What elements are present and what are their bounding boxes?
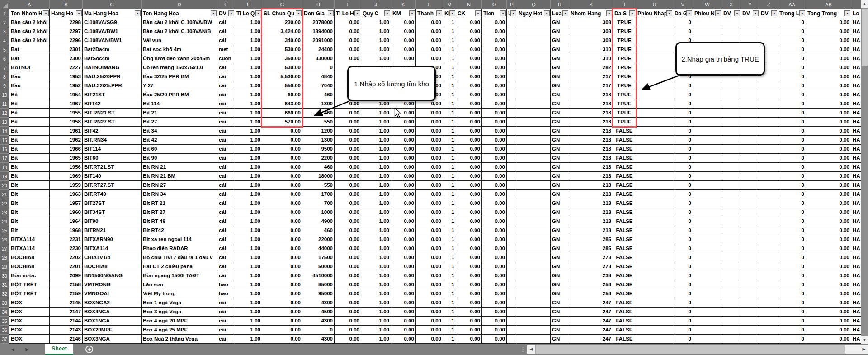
cell[interactable]: 1.00	[361, 127, 391, 136]
cell[interactable]: 0.00	[262, 289, 302, 298]
cell[interactable]: 0.00	[482, 208, 507, 217]
cell[interactable]	[507, 226, 517, 235]
cell[interactable]: 310	[569, 45, 613, 54]
cell[interactable]	[517, 154, 551, 163]
cell[interactable]: 0.00	[416, 298, 443, 308]
cell[interactable]: 0.00	[262, 154, 302, 163]
cell[interactable]: 0	[673, 18, 693, 27]
cell[interactable]: 0	[778, 27, 806, 36]
cell[interactable]: BOX	[9, 308, 50, 317]
cell[interactable]: 0.00	[391, 280, 416, 289]
cell[interactable]	[722, 118, 741, 127]
cell[interactable]: FALSE	[613, 127, 636, 136]
cell[interactable]: 1	[443, 317, 456, 326]
cell[interactable]: 0.00	[391, 298, 416, 308]
cell[interactable]: 1.00	[235, 81, 262, 90]
cell[interactable]	[741, 208, 760, 217]
cell[interactable]	[741, 244, 760, 253]
cell[interactable]: Phao điện RADAR	[142, 244, 217, 253]
cell[interactable]: 0.00	[335, 54, 361, 63]
cell[interactable]: 1.00	[235, 190, 262, 199]
cell[interactable]: Bít	[9, 208, 50, 217]
column-letter-u[interactable]: U	[636, 0, 673, 9]
cell[interactable]: 1	[443, 118, 456, 127]
cell[interactable]	[693, 163, 722, 172]
row-number[interactable]: 4	[0, 36, 9, 45]
cell[interactable]	[507, 289, 517, 298]
cell[interactable]: 0.00	[416, 262, 443, 271]
cell[interactable]: 0.00	[335, 199, 361, 208]
cell[interactable]: 0.00	[335, 36, 361, 45]
cell[interactable]: cái	[217, 298, 235, 308]
cell[interactable]	[693, 172, 722, 181]
cell[interactable]: 0.00	[262, 335, 302, 344]
cell[interactable]	[693, 118, 722, 127]
cell[interactable]: 2301	[50, 45, 83, 54]
filter-button[interactable]: ▼	[715, 10, 721, 16]
cell[interactable]: 0.00	[262, 326, 302, 335]
cell[interactable]: Lăn sơn	[142, 280, 217, 289]
cell[interactable]: HA	[851, 90, 861, 99]
cell[interactable]: 1.00	[235, 289, 262, 298]
cell[interactable]: Bầu 32/25 PPR BM	[142, 72, 217, 81]
cell[interactable]: Bầu	[9, 72, 50, 81]
cell[interactable]: GN	[551, 317, 569, 326]
cell[interactable]: 7040	[302, 81, 335, 90]
cell[interactable]: HA	[851, 326, 861, 335]
cell[interactable]: 0.00	[416, 271, 443, 280]
cell[interactable]: 0.00	[806, 163, 851, 172]
cell[interactable]: 0.00	[262, 317, 302, 326]
cell[interactable]: TRUE	[613, 63, 636, 72]
select-all-corner[interactable]	[0, 0, 9, 9]
cell[interactable]: 218	[569, 208, 613, 217]
cell[interactable]: BIT27ST	[83, 199, 142, 208]
column-letter[interactable]	[851, 0, 861, 9]
cell[interactable]: BOX	[9, 317, 50, 326]
horizontal-scrollbar-track[interactable]	[845, 345, 860, 354]
cell[interactable]: 0.00	[806, 199, 851, 208]
cell[interactable]	[722, 271, 741, 280]
cell[interactable]: 1964	[50, 217, 83, 226]
cell[interactable]	[722, 262, 741, 271]
cell[interactable]: Bít	[9, 217, 50, 226]
cell[interactable]	[507, 172, 517, 181]
cell[interactable]: TRUE	[613, 90, 636, 99]
cell[interactable]: 0.00	[335, 27, 361, 36]
cell[interactable]: FALSE	[613, 181, 636, 190]
cell[interactable]	[722, 181, 741, 190]
cell[interactable]: 1.00	[235, 308, 262, 317]
cell[interactable]	[517, 190, 551, 199]
cell[interactable]: 0.00	[482, 326, 507, 335]
cell[interactable]: 0.00	[391, 326, 416, 335]
cell[interactable]	[741, 253, 760, 262]
cell[interactable]	[722, 317, 741, 326]
cell[interactable]: Bít 21	[142, 109, 217, 118]
cell[interactable]	[517, 45, 551, 54]
cell[interactable]: Bầu 25/20 PPR BM	[142, 90, 217, 99]
cell[interactable]: 1.00	[361, 244, 391, 253]
cell[interactable]: HA	[851, 280, 861, 289]
cell[interactable]: 0	[673, 81, 693, 90]
cell[interactable]: cái	[217, 136, 235, 145]
cell[interactable]: HA	[851, 271, 861, 280]
cell[interactable]: 0	[673, 271, 693, 280]
cell[interactable]: 1.00	[361, 226, 391, 235]
cell[interactable]: 1	[443, 63, 456, 72]
cell[interactable]: 0.00	[335, 172, 361, 181]
cell[interactable]: Bít	[9, 90, 50, 99]
column-letter-o[interactable]: O	[482, 0, 507, 9]
cell[interactable]	[636, 172, 673, 181]
filter-button[interactable]: ▼	[771, 10, 777, 16]
cell[interactable]: GN	[551, 27, 569, 36]
cell[interactable]	[507, 308, 517, 317]
cell[interactable]: 0.00	[456, 136, 482, 145]
cell[interactable]: 0.00	[456, 190, 482, 199]
cell[interactable]: 238	[569, 271, 613, 280]
cell[interactable]: cuộn	[217, 54, 235, 63]
cell[interactable]: HA	[851, 154, 861, 163]
cell[interactable]: GN	[551, 172, 569, 181]
cell[interactable]	[517, 27, 551, 36]
cell[interactable]: 1.00	[361, 18, 391, 27]
cell[interactable]: HA	[851, 335, 861, 344]
cell[interactable]	[741, 99, 760, 109]
